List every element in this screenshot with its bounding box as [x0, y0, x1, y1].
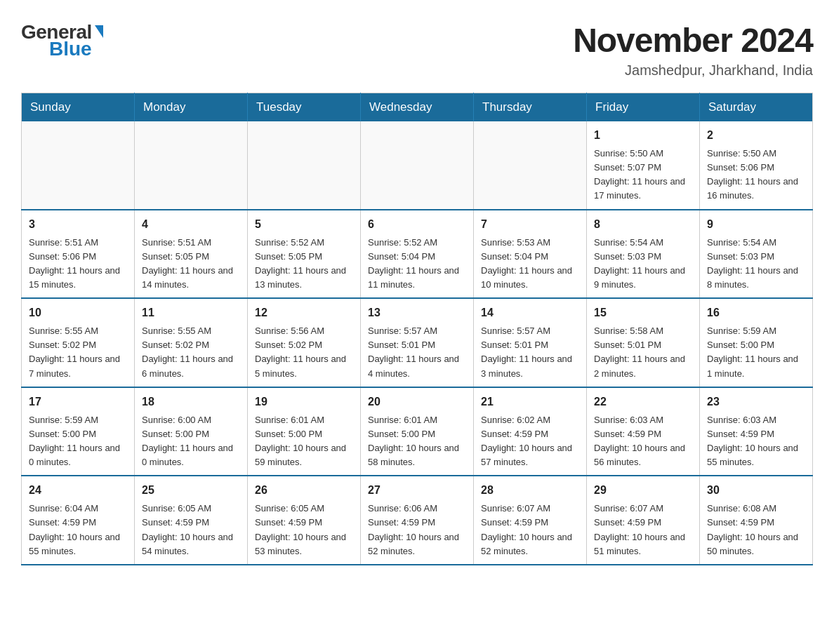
calendar-week-row: 10Sunrise: 5:55 AMSunset: 5:02 PMDayligh… [22, 298, 813, 387]
day-number: 10 [29, 304, 127, 321]
day-info: Sunrise: 5:58 AMSunset: 5:01 PMDaylight:… [594, 326, 685, 378]
day-info: Sunrise: 6:07 AMSunset: 4:59 PMDaylight:… [594, 503, 685, 556]
day-number: 21 [481, 394, 579, 410]
day-info: Sunrise: 6:06 AMSunset: 4:59 PMDaylight:… [368, 503, 459, 556]
day-number: 13 [368, 304, 466, 321]
day-number: 30 [707, 482, 805, 499]
weekday-header-sunday: Sunday [22, 93, 135, 122]
calendar-cell: 13Sunrise: 5:57 AMSunset: 5:01 PMDayligh… [361, 298, 474, 387]
day-number: 1 [594, 127, 692, 144]
calendar-cell: 27Sunrise: 6:06 AMSunset: 4:59 PMDayligh… [361, 476, 474, 565]
calendar-cell: 3Sunrise: 5:51 AMSunset: 5:06 PMDaylight… [22, 210, 135, 299]
day-info: Sunrise: 5:59 AMSunset: 5:00 PMDaylight:… [707, 326, 798, 378]
calendar-week-row: 1Sunrise: 5:50 AMSunset: 5:07 PMDaylight… [22, 121, 813, 210]
day-number: 11 [142, 304, 240, 321]
day-info: Sunrise: 6:02 AMSunset: 4:59 PMDaylight:… [481, 415, 572, 467]
day-info: Sunrise: 6:01 AMSunset: 5:00 PMDaylight:… [255, 415, 346, 467]
day-number: 4 [142, 216, 240, 233]
calendar-cell [361, 121, 474, 210]
day-info: Sunrise: 6:04 AMSunset: 4:59 PMDaylight:… [29, 503, 120, 556]
calendar-cell: 30Sunrise: 6:08 AMSunset: 4:59 PMDayligh… [700, 476, 813, 565]
calendar-cell: 29Sunrise: 6:07 AMSunset: 4:59 PMDayligh… [587, 476, 700, 565]
day-info: Sunrise: 6:07 AMSunset: 4:59 PMDaylight:… [481, 503, 572, 556]
calendar-cell: 12Sunrise: 5:56 AMSunset: 5:02 PMDayligh… [248, 298, 361, 387]
weekday-header-monday: Monday [135, 93, 248, 122]
calendar-table: SundayMondayTuesdayWednesdayThursdayFrid… [21, 93, 813, 565]
day-number: 16 [707, 304, 805, 321]
day-number: 18 [142, 394, 240, 410]
calendar-cell: 19Sunrise: 6:01 AMSunset: 5:00 PMDayligh… [248, 387, 361, 476]
day-info: Sunrise: 5:53 AMSunset: 5:04 PMDaylight:… [481, 237, 572, 290]
day-info: Sunrise: 5:55 AMSunset: 5:02 PMDaylight:… [29, 326, 120, 378]
day-info: Sunrise: 5:57 AMSunset: 5:01 PMDaylight:… [368, 326, 459, 378]
day-number: 26 [255, 482, 353, 499]
calendar-cell: 18Sunrise: 6:00 AMSunset: 5:00 PMDayligh… [135, 387, 248, 476]
day-number: 22 [594, 394, 692, 410]
day-number: 3 [29, 216, 127, 233]
day-number: 5 [255, 216, 353, 233]
day-number: 28 [481, 482, 579, 499]
day-info: Sunrise: 5:51 AMSunset: 5:05 PMDaylight:… [142, 237, 233, 290]
calendar-cell: 28Sunrise: 6:07 AMSunset: 4:59 PMDayligh… [474, 476, 587, 565]
day-number: 29 [594, 482, 692, 499]
day-number: 14 [481, 304, 579, 321]
day-info: Sunrise: 5:50 AMSunset: 5:07 PMDaylight:… [594, 148, 685, 201]
calendar-cell: 21Sunrise: 6:02 AMSunset: 4:59 PMDayligh… [474, 387, 587, 476]
day-info: Sunrise: 5:54 AMSunset: 5:03 PMDaylight:… [594, 237, 685, 290]
calendar-cell [22, 121, 135, 210]
day-number: 8 [594, 216, 692, 233]
calendar-cell: 25Sunrise: 6:05 AMSunset: 4:59 PMDayligh… [135, 476, 248, 565]
weekday-header-thursday: Thursday [474, 93, 587, 122]
title-section: November 2024 Jamshedpur, Jharkhand, Ind… [573, 21, 813, 79]
calendar-cell: 6Sunrise: 5:52 AMSunset: 5:04 PMDaylight… [361, 210, 474, 299]
day-info: Sunrise: 5:52 AMSunset: 5:04 PMDaylight:… [368, 237, 459, 290]
day-info: Sunrise: 5:57 AMSunset: 5:01 PMDaylight:… [481, 326, 572, 378]
day-number: 2 [707, 127, 805, 144]
day-info: Sunrise: 5:59 AMSunset: 5:00 PMDaylight:… [29, 415, 120, 467]
day-number: 25 [142, 482, 240, 499]
weekday-header-wednesday: Wednesday [361, 93, 474, 122]
day-info: Sunrise: 6:01 AMSunset: 5:00 PMDaylight:… [368, 415, 459, 467]
weekday-header-saturday: Saturday [700, 93, 813, 122]
page-header: General Blue November 2024 Jamshedpur, J… [21, 21, 813, 79]
day-info: Sunrise: 6:05 AMSunset: 4:59 PMDaylight:… [142, 503, 233, 556]
day-number: 15 [594, 304, 692, 321]
calendar-cell: 11Sunrise: 5:55 AMSunset: 5:02 PMDayligh… [135, 298, 248, 387]
calendar-cell: 9Sunrise: 5:54 AMSunset: 5:03 PMDaylight… [700, 210, 813, 299]
day-number: 23 [707, 394, 805, 410]
calendar-cell [135, 121, 248, 210]
day-info: Sunrise: 5:50 AMSunset: 5:06 PMDaylight:… [707, 148, 798, 201]
day-number: 24 [29, 482, 127, 499]
day-info: Sunrise: 6:03 AMSunset: 4:59 PMDaylight:… [594, 415, 685, 467]
calendar-cell: 26Sunrise: 6:05 AMSunset: 4:59 PMDayligh… [248, 476, 361, 565]
calendar-cell: 16Sunrise: 5:59 AMSunset: 5:00 PMDayligh… [700, 298, 813, 387]
calendar-cell: 14Sunrise: 5:57 AMSunset: 5:01 PMDayligh… [474, 298, 587, 387]
weekday-header-friday: Friday [587, 93, 700, 122]
day-number: 20 [368, 394, 466, 410]
calendar-cell: 17Sunrise: 5:59 AMSunset: 5:00 PMDayligh… [22, 387, 135, 476]
day-number: 19 [255, 394, 353, 410]
calendar-cell [474, 121, 587, 210]
calendar-cell: 8Sunrise: 5:54 AMSunset: 5:03 PMDaylight… [587, 210, 700, 299]
day-number: 27 [368, 482, 466, 499]
calendar-cell: 22Sunrise: 6:03 AMSunset: 4:59 PMDayligh… [587, 387, 700, 476]
logo-blue-text: Blue [49, 38, 92, 60]
day-info: Sunrise: 6:00 AMSunset: 5:00 PMDaylight:… [142, 415, 233, 467]
day-info: Sunrise: 5:56 AMSunset: 5:02 PMDaylight:… [255, 326, 346, 378]
month-title: November 2024 [573, 21, 813, 60]
day-number: 17 [29, 394, 127, 410]
day-number: 12 [255, 304, 353, 321]
calendar-cell: 23Sunrise: 6:03 AMSunset: 4:59 PMDayligh… [700, 387, 813, 476]
day-info: Sunrise: 6:03 AMSunset: 4:59 PMDaylight:… [707, 415, 798, 467]
day-info: Sunrise: 5:51 AMSunset: 5:06 PMDaylight:… [29, 237, 120, 290]
calendar-cell: 5Sunrise: 5:52 AMSunset: 5:05 PMDaylight… [248, 210, 361, 299]
calendar-cell: 1Sunrise: 5:50 AMSunset: 5:07 PMDaylight… [587, 121, 700, 210]
calendar-cell: 10Sunrise: 5:55 AMSunset: 5:02 PMDayligh… [22, 298, 135, 387]
day-info: Sunrise: 6:05 AMSunset: 4:59 PMDaylight:… [255, 503, 346, 556]
day-info: Sunrise: 5:55 AMSunset: 5:02 PMDaylight:… [142, 326, 233, 378]
day-info: Sunrise: 5:54 AMSunset: 5:03 PMDaylight:… [707, 237, 798, 290]
calendar-cell: 4Sunrise: 5:51 AMSunset: 5:05 PMDaylight… [135, 210, 248, 299]
weekday-header-row: SundayMondayTuesdayWednesdayThursdayFrid… [22, 93, 813, 122]
logo: General Blue [21, 21, 103, 60]
location-title: Jamshedpur, Jharkhand, India [573, 62, 813, 79]
